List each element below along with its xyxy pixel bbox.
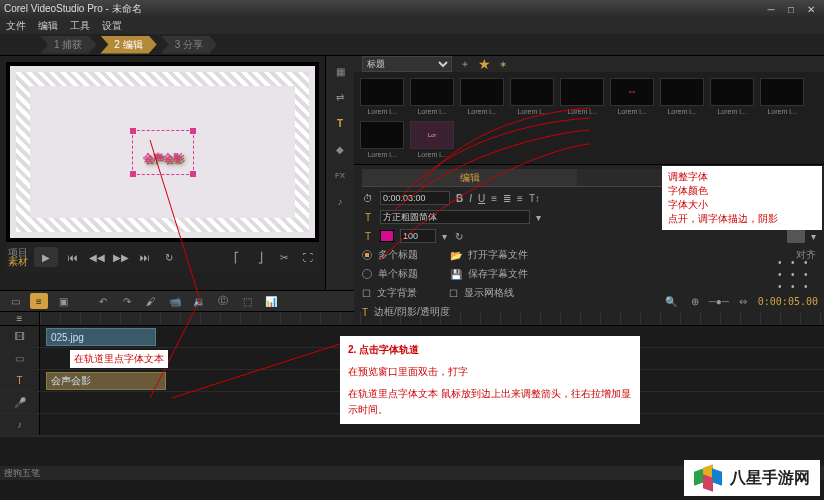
- favorite-icon[interactable]: ★: [478, 56, 491, 72]
- tab-clip[interactable]: 素材: [8, 257, 28, 266]
- redo-button[interactable]: ↷: [118, 293, 136, 309]
- checkbox-bg[interactable]: ☐: [362, 288, 371, 299]
- menu-file[interactable]: 文件: [6, 19, 26, 33]
- time-counter: 0:00:05.00: [758, 296, 818, 307]
- time-ruler[interactable]: ≡: [0, 312, 824, 326]
- preview-monitor[interactable]: 会声会影: [6, 62, 319, 242]
- radio-single-title[interactable]: [362, 269, 372, 279]
- loop-button[interactable]: ↻: [160, 248, 178, 266]
- preview-pane: 会声会影 项目 素材 ▶ ⏮ ◀◀ ▶▶ ⏭ ↻ ⎡ ⎦ ✂ ⛶: [0, 56, 326, 290]
- title-preset[interactable]: Lorem i...: [560, 78, 604, 115]
- add-icon[interactable]: ＋: [460, 57, 470, 71]
- step-edit[interactable]: 2 编辑: [100, 36, 156, 54]
- title-text-box[interactable]: 会声会影: [132, 130, 194, 175]
- play-button[interactable]: ▶: [34, 247, 58, 267]
- rotate-icon[interactable]: ↻: [453, 231, 465, 242]
- step-capture[interactable]: 1 捕获: [40, 36, 96, 54]
- font-dropdown-icon[interactable]: ▾: [536, 212, 541, 223]
- size-icon: T: [362, 231, 374, 242]
- minimize-button[interactable]: ─: [762, 2, 780, 16]
- vertical-text-button[interactable]: T↕: [529, 193, 540, 204]
- fit-button[interactable]: ⇔: [734, 293, 752, 309]
- title-clip[interactable]: 会声会影: [46, 372, 166, 390]
- tool-button[interactable]: ▣: [54, 293, 72, 309]
- options-icon[interactable]: ✶: [499, 59, 507, 70]
- voice-track-icon[interactable]: 🎤: [0, 392, 40, 413]
- menu-edit[interactable]: 编辑: [38, 19, 58, 33]
- menu-settings[interactable]: 设置: [102, 19, 122, 33]
- title-preset[interactable]: ==Lorem i...: [610, 78, 654, 115]
- font-size-field[interactable]: [400, 229, 436, 243]
- tool-button[interactable]: 📊: [262, 293, 280, 309]
- zoom-in-button[interactable]: ⊕: [686, 293, 704, 309]
- overlay-track-icon[interactable]: ▭: [0, 348, 40, 369]
- title-preset[interactable]: Lorem i...: [760, 78, 804, 115]
- graphic-icon[interactable]: ◆: [331, 140, 349, 158]
- title-preset[interactable]: Lorem i...: [410, 78, 454, 115]
- video-clip[interactable]: 025.jpg: [46, 328, 156, 346]
- title-preset[interactable]: Lorem i...: [360, 78, 404, 115]
- maximize-button[interactable]: □: [782, 2, 800, 16]
- mark-in-icon[interactable]: ⎡: [227, 248, 245, 266]
- zoom-out-button[interactable]: 🔍: [662, 293, 680, 309]
- tab-edit[interactable]: 编辑: [362, 169, 577, 187]
- menu-tools[interactable]: 工具: [70, 19, 90, 33]
- audio-icon[interactable]: ♪: [331, 192, 349, 210]
- step-share[interactable]: 3 分享: [161, 36, 217, 54]
- undo-button[interactable]: ↶: [94, 293, 112, 309]
- annotation-track-text: 在轨道里点字体文本: [70, 350, 168, 368]
- align-left-button[interactable]: ≡: [491, 193, 497, 204]
- forward-button[interactable]: ▶▶: [112, 248, 130, 266]
- fullscreen-icon[interactable]: ⛶: [299, 248, 317, 266]
- rewind-button[interactable]: ◀◀: [88, 248, 106, 266]
- underline-button[interactable]: U: [478, 193, 485, 204]
- tool-button[interactable]: 🖌: [142, 293, 160, 309]
- title-icon[interactable]: T: [331, 114, 349, 132]
- tool-button[interactable]: ⬚: [238, 293, 256, 309]
- tool-button[interactable]: 🔉: [190, 293, 208, 309]
- filter-fx-icon[interactable]: FX: [331, 166, 349, 184]
- save-subtitle-icon[interactable]: 💾: [450, 269, 462, 280]
- title-preset[interactable]: Lorem i...: [360, 121, 404, 158]
- title-preset[interactable]: Lorem i...: [710, 78, 754, 115]
- taskbar-ime: 搜狗五笔: [4, 467, 40, 480]
- tool-button[interactable]: Ⓒ: [214, 293, 232, 309]
- app-title: Corel VideoStudio Pro - 未命名: [4, 2, 142, 16]
- align-right-button[interactable]: ≡: [517, 193, 523, 204]
- storyboard-view-button[interactable]: ▭: [6, 293, 24, 309]
- transport-bar: 项目 素材 ▶ ⏮ ◀◀ ▶▶ ⏭ ↻ ⎡ ⎦ ✂ ⛶: [6, 242, 319, 272]
- thumbnail-grid: Lorem i... Lorem i... Lorem i... Lorem i…: [354, 72, 824, 164]
- title-preset[interactable]: Lorem i...: [510, 78, 554, 115]
- preset-style-swatch[interactable]: [787, 229, 805, 243]
- next-frame-button[interactable]: ⏭: [136, 248, 154, 266]
- title-preset[interactable]: LorLorem i...: [410, 121, 454, 158]
- library-gallery-select[interactable]: 标题: [362, 56, 452, 72]
- close-button[interactable]: ✕: [802, 2, 820, 16]
- radio-multi-title[interactable]: [362, 250, 372, 260]
- zoom-slider[interactable]: ─●─: [710, 293, 728, 309]
- size-dropdown-icon[interactable]: ▾: [442, 231, 447, 242]
- video-track-icon[interactable]: 🎞: [0, 326, 40, 347]
- split-icon[interactable]: ✂: [275, 248, 293, 266]
- prev-frame-button[interactable]: ⏮: [64, 248, 82, 266]
- bold-button[interactable]: B: [456, 193, 463, 204]
- mark-out-icon[interactable]: ⎦: [251, 248, 269, 266]
- media-icon[interactable]: ▦: [331, 62, 349, 80]
- font-family-select[interactable]: [380, 210, 530, 224]
- open-subtitle-icon[interactable]: 📂: [450, 250, 462, 261]
- watermark: 八星手游网: [684, 460, 820, 496]
- annotation-font-props: 调整字体 字体颜色 字体大小 点开，调字体描边，阴影: [662, 166, 822, 230]
- checkbox-grid[interactable]: ☐: [449, 288, 458, 299]
- title-preset[interactable]: Lorem i...: [460, 78, 504, 115]
- font-color-swatch[interactable]: [380, 230, 394, 242]
- italic-button[interactable]: I: [469, 193, 472, 204]
- duration-field[interactable]: [380, 191, 450, 205]
- music-track-icon[interactable]: ♪: [0, 414, 40, 435]
- align-center-button[interactable]: ≣: [503, 193, 511, 204]
- library-category-bar: ▦ ⇄ T ◆ FX ♪: [326, 56, 354, 290]
- transition-icon[interactable]: ⇄: [331, 88, 349, 106]
- tool-button[interactable]: 📹: [166, 293, 184, 309]
- title-preset[interactable]: Lorem i...: [660, 78, 704, 115]
- title-track-icon[interactable]: T: [0, 370, 40, 391]
- timeline-view-button[interactable]: ≡: [30, 293, 48, 309]
